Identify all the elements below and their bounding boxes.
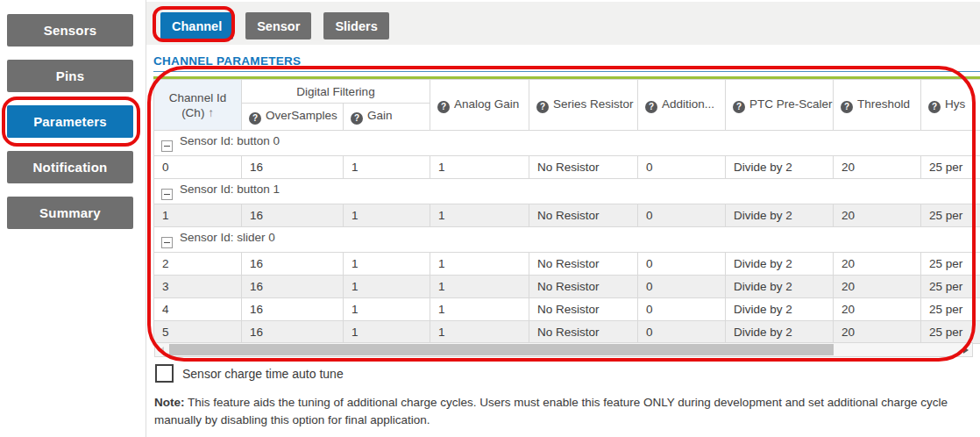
column-header-hysteresis[interactable]: ?Hys <box>921 80 980 131</box>
help-icon[interactable]: ? <box>437 101 450 113</box>
cell-hysteresis[interactable]: 25 per <box>921 204 980 227</box>
cell-series-resistor[interactable]: No Resistor <box>529 321 638 344</box>
column-header-gain[interactable]: ?Gain <box>344 104 430 131</box>
column-header-threshold[interactable]: ?Threshold <box>834 80 921 131</box>
collapse-icon[interactable] <box>161 140 173 152</box>
help-icon[interactable]: ? <box>928 101 941 113</box>
cell-oversamples[interactable]: 16 <box>242 204 344 227</box>
cell-channel-id[interactable]: 0 <box>154 156 242 179</box>
cell-threshold[interactable]: 20 <box>834 253 921 276</box>
sidebar-item-parameters[interactable]: Parameters <box>7 105 133 138</box>
cell-series-resistor[interactable]: No Resistor <box>529 276 638 298</box>
cell-series-resistor[interactable]: No Resistor <box>529 298 638 321</box>
cell-gain[interactable]: 1 <box>344 321 430 344</box>
collapse-icon[interactable] <box>161 189 173 200</box>
cell-ptc-pre-scaler[interactable]: Divide by 2 <box>726 298 834 321</box>
auto-tune-label: Sensor charge time auto tune <box>182 367 344 381</box>
cell-analog-gain[interactable]: 1 <box>430 156 529 179</box>
sidebar-item-summary[interactable]: Summary <box>7 197 133 229</box>
table-header: Channel Id(Ch) ↑Digital Filtering?Analog… <box>154 80 980 131</box>
cell-threshold[interactable]: 20 <box>834 276 921 298</box>
help-icon[interactable]: ? <box>733 101 745 113</box>
note-text: Note: This feature aids the tuning of ad… <box>154 394 978 429</box>
cell-analog-gain[interactable]: 1 <box>430 321 529 344</box>
tab-sliders[interactable]: Sliders <box>323 12 388 39</box>
cell-analog-gain[interactable]: 1 <box>430 253 529 276</box>
cell-oversamples[interactable]: 16 <box>242 321 344 344</box>
column-header-oversamples[interactable]: ?OverSamples <box>242 104 344 131</box>
cell-gain[interactable]: 1 <box>344 276 430 298</box>
cell-gain[interactable]: 1 <box>344 204 430 227</box>
sidebar-item-notification[interactable]: Notification <box>7 151 133 183</box>
cell-additional[interactable]: 0 <box>638 276 726 298</box>
cell-series-resistor[interactable]: No Resistor <box>529 204 638 227</box>
column-header-additional[interactable]: ?Addition... <box>638 80 726 131</box>
cell-ptc-pre-scaler[interactable]: Divide by 2 <box>726 321 834 344</box>
group-row[interactable]: Sensor Id: button 0 <box>154 131 980 156</box>
cell-channel-id[interactable]: 1 <box>154 204 242 227</box>
cell-ptc-pre-scaler[interactable]: Divide by 2 <box>726 276 834 298</box>
cell-gain[interactable]: 1 <box>344 298 430 321</box>
group-label: Sensor Id: slider 0 <box>180 231 275 244</box>
sidebar-item-pins[interactable]: Pins <box>7 60 133 92</box>
cell-oversamples[interactable]: 16 <box>242 298 344 321</box>
cell-hysteresis[interactable]: 25 per <box>921 253 980 276</box>
section-title: CHANNEL PARAMETERS <box>153 54 301 68</box>
column-header-series-resistor[interactable]: ?Series Resistor <box>529 80 638 131</box>
tab-sensor[interactable]: Sensor <box>245 12 311 39</box>
help-icon[interactable]: ? <box>351 112 363 125</box>
cell-ptc-pre-scaler[interactable]: Divide by 2 <box>726 204 834 227</box>
cell-hysteresis[interactable]: 25 per <box>921 298 980 321</box>
app-window: Sensors Pins Parameters Notification Sum… <box>0 0 980 437</box>
cell-ptc-pre-scaler[interactable]: Divide by 2 <box>726 253 834 276</box>
help-icon[interactable]: ? <box>645 101 657 113</box>
column-header-ptc-pre-scaler[interactable]: ?PTC Pre-Scaler <box>726 80 834 131</box>
cell-additional[interactable]: 0 <box>638 298 726 321</box>
cell-ptc-pre-scaler[interactable]: Divide by 2 <box>726 156 834 179</box>
cell-gain[interactable]: 1 <box>344 156 430 179</box>
group-row[interactable]: Sensor Id: slider 0 <box>154 227 980 253</box>
cell-analog-gain[interactable]: 1 <box>430 276 529 298</box>
column-header-channel-id[interactable]: Channel Id(Ch) ↑ <box>154 80 242 131</box>
table-row: 51611No Resistor0Divide by 22025 per <box>154 321 980 344</box>
scroll-left-icon[interactable] <box>159 347 164 354</box>
horizontal-scrollbar[interactable] <box>154 342 973 357</box>
sensor-charge-auto-tune-checkbox[interactable] <box>155 364 174 383</box>
cell-threshold[interactable]: 20 <box>834 321 921 344</box>
cell-threshold[interactable]: 20 <box>834 204 921 227</box>
cell-oversamples[interactable]: 16 <box>242 276 344 298</box>
column-group-digital-filtering: Digital Filtering <box>242 80 430 104</box>
help-icon[interactable]: ? <box>249 112 261 125</box>
cell-oversamples[interactable]: 16 <box>242 253 344 276</box>
cell-channel-id[interactable]: 5 <box>154 321 242 344</box>
group-row[interactable]: Sensor Id: button 1 <box>154 179 980 204</box>
help-icon[interactable]: ? <box>841 101 853 113</box>
cell-series-resistor[interactable]: No Resistor <box>529 253 638 276</box>
cell-threshold[interactable]: 20 <box>834 298 921 321</box>
cell-oversamples[interactable]: 16 <box>242 156 344 179</box>
cell-analog-gain[interactable]: 1 <box>430 298 529 321</box>
column-header-analog-gain[interactable]: ?Analog Gain <box>430 80 529 131</box>
cell-analog-gain[interactable]: 1 <box>430 204 529 227</box>
cell-additional[interactable]: 0 <box>638 253 726 276</box>
note-body: This feature aids the tuning of addition… <box>154 396 948 426</box>
cell-hysteresis[interactable]: 25 per <box>921 276 980 298</box>
sidebar-item-sensors[interactable]: Sensors <box>7 14 133 47</box>
cell-series-resistor[interactable]: No Resistor <box>529 156 638 179</box>
cell-channel-id[interactable]: 3 <box>154 276 242 298</box>
cell-additional[interactable]: 0 <box>638 204 726 227</box>
collapse-icon[interactable] <box>161 237 173 248</box>
cell-gain[interactable]: 1 <box>344 253 430 276</box>
cell-channel-id[interactable]: 2 <box>154 253 242 276</box>
tab-channel[interactable]: Channel <box>160 12 233 39</box>
cell-additional[interactable]: 0 <box>638 156 726 179</box>
cell-threshold[interactable]: 20 <box>834 156 921 179</box>
cell-additional[interactable]: 0 <box>638 321 726 344</box>
sort-ascending-icon: ↑ <box>208 106 214 119</box>
cell-hysteresis[interactable]: 25 per <box>921 321 980 344</box>
help-icon[interactable]: ? <box>536 101 549 113</box>
cell-hysteresis[interactable]: 25 per <box>921 156 980 179</box>
cell-channel-id[interactable]: 4 <box>154 298 242 321</box>
scrollbar-thumb[interactable] <box>169 344 834 355</box>
scroll-right-icon[interactable] <box>963 347 969 354</box>
